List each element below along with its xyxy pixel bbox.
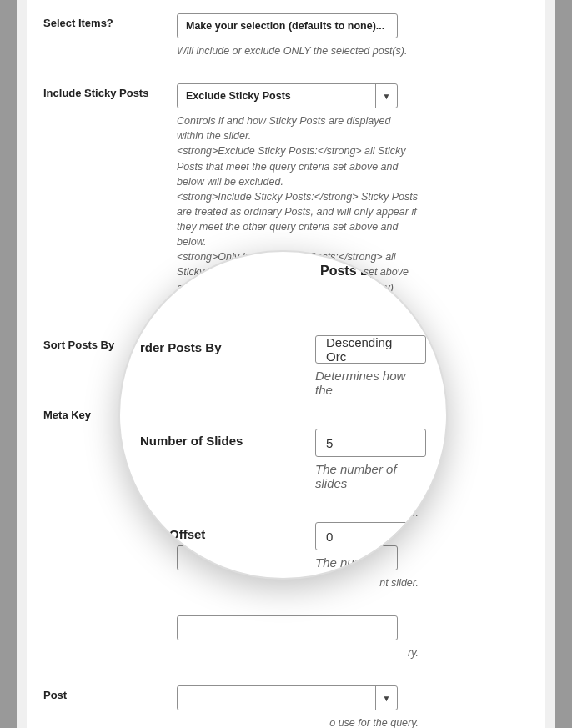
posts-offset-input[interactable] <box>177 615 398 640</box>
field-post-type: Post ▼ o use for the query. <box>43 680 529 728</box>
sticky-posts-dropdown[interactable]: Exclude Sticky Posts ▼ <box>177 83 398 108</box>
mag-order-value: Descending Orc <box>326 335 415 364</box>
post-type-dropdown[interactable]: ▼ <box>177 685 398 710</box>
chevron-down-icon: ▼ <box>375 686 397 710</box>
posts-offset-helper: ry. <box>177 645 419 660</box>
label-number-of-slides <box>43 545 177 549</box>
mag-num-label: Number of Slides <box>140 429 315 448</box>
select-items-dropdown[interactable]: Make your selection (defaults to none)..… <box>177 13 398 38</box>
field-posts-offset: ry. <box>43 610 529 660</box>
settings-panel: Select Items? Make your selection (defau… <box>27 0 545 728</box>
sticky-posts-value: Exclude Sticky Posts <box>178 90 375 102</box>
label-sticky-posts: Include Sticky Posts <box>43 83 177 99</box>
mag-num-value: 5 <box>326 436 333 450</box>
label-post-type: Post <box>43 685 177 701</box>
mag-offset-value: 0 <box>326 530 333 544</box>
mag-num-input[interactable]: 5 <box>315 429 426 457</box>
mag-order-label: rder Posts By <box>140 335 315 354</box>
field-select-items: Select Items? Make your selection (defau… <box>43 8 529 58</box>
chevron-down-icon: ▼ <box>375 84 397 108</box>
label-select-items: Select Items? <box>43 13 177 29</box>
mag-offset-label: osts Offset <box>140 522 315 541</box>
magnifier-lens: The Posts By rder Posts By Descending Or… <box>118 250 448 580</box>
select-items-value: Make your selection (defaults to none)..… <box>186 20 384 32</box>
post-type-helper: o use for the query. <box>177 715 419 728</box>
select-items-helper: Will include or exclude ONLY the selecte… <box>177 43 419 58</box>
mag-order-input[interactable]: Descending Orc <box>315 335 426 364</box>
mag-num-helper: The number of slides <box>315 462 426 490</box>
label-posts-offset <box>43 615 177 619</box>
mag-order-helper: Determines how the <box>315 369 426 397</box>
